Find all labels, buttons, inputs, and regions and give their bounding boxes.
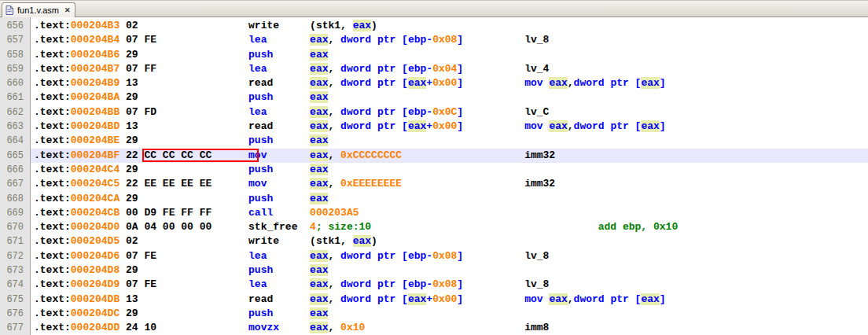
code-segment: ] [457,293,463,305]
line-number[interactable]: 665 [0,149,30,163]
code-segment: ; size:10 [316,221,371,233]
line-number[interactable]: 674 [0,278,30,292]
code-segment: 000204B3 [71,20,120,31]
code-lines[interactable]: .text:000204B3 02 write (stk1, eax).text… [31,17,868,335]
code-segment: ] [457,250,463,262]
code-line[interactable]: .text:000204B3 02 write (stk1, eax) [31,19,868,33]
code-segment: mov [248,178,310,190]
code-line[interactable]: .text:000204D0 0A 04 00 00 00 stk_free 4… [31,220,868,234]
code-segment: ] [660,77,666,89]
code-segment: .text: [34,34,71,46]
line-number[interactable]: 656 [0,19,30,33]
code-segment: push [248,193,310,204]
line-number[interactable]: 662 [0,105,30,120]
code-line[interactable]: .text:000204BF 22 CC CC CC CC mov eax, 0… [31,149,868,163]
highlighted-register: eax [310,91,328,103]
code-segment: 000204D9 [71,278,120,290]
line-number[interactable]: 663 [0,120,30,134]
line-number[interactable]: 657 [0,33,30,47]
line-number[interactable]: 667 [0,177,30,191]
code-line[interactable]: .text:000204DC 29 push eax [31,307,868,321]
code-segment: 07 FE [120,250,248,262]
code-line[interactable]: .text:000204BB 07 FD lea eax, dword ptr … [31,105,868,120]
highlighted-register: eax [310,134,328,146]
line-number[interactable]: 676 [0,307,30,321]
code-line[interactable]: .text:000204B6 29 push eax [31,48,868,62]
tab-fun1-v-asm[interactable]: fun1.v.asm ✕ [2,2,75,17]
code-line[interactable]: .text:000204C5 22 EE EE EE EE mov eax, 0… [31,177,868,191]
code-segment: , [328,278,340,290]
code-line[interactable]: .text:000204BE 29 push eax [31,134,868,148]
code-segment: imm8 [365,322,549,333]
code-line[interactable]: .text:000204BD 13 read eax, dword ptr [e… [31,120,868,134]
code-segment: 000204CA [71,193,120,204]
code-segment: push [248,307,310,319]
code-segment: 000204BF [71,149,120,161]
code-segment: 000204BB [71,106,120,118]
line-number[interactable]: 664 [0,134,30,148]
line-number[interactable]: 671 [0,234,30,248]
line-number[interactable]: 659 [0,62,30,76]
code-segment: read [248,293,310,305]
tab-bar: fun1.v.asm ✕ [0,1,868,17]
code-line[interactable]: .text:000204B4 07 FE lea eax, dword ptr … [31,33,868,47]
line-number[interactable]: 670 [0,220,30,234]
code-segment: 000204BD [71,120,120,132]
highlighted-register: eax [408,77,426,89]
code-line[interactable]: .text:000204C4 29 push eax [31,163,868,177]
line-number[interactable]: 673 [0,263,30,278]
code-segment: .text: [34,278,71,290]
code-segment: mov [463,77,549,89]
code-line[interactable]: .text:000204B9 13 read eax, dword ptr [e… [31,76,868,90]
code-segment: 02 [120,20,248,31]
line-number[interactable]: 677 [0,321,30,335]
code-segment: 0x00 [432,77,457,89]
code-segment: stk_free [248,221,310,233]
code-segment: lv_C [463,106,549,118]
code-segment: , [568,293,574,305]
line-number[interactable]: 666 [0,163,30,177]
line-number[interactable]: 658 [0,48,30,62]
code-line[interactable]: .text:000204DB 13 read eax, dword ptr [e… [31,293,868,307]
code-segment: lv_8 [463,278,549,290]
highlighted-register: eax [310,106,328,118]
code-segment: lea [248,34,310,46]
code-line[interactable]: .text:000204CB 00 D9 FE FF FF call 00020… [31,206,868,220]
code-line[interactable]: .text:000204D5 02 write (stk1, eax) [31,234,868,248]
code-segment: lea [248,63,310,75]
code-segment: 000204D6 [71,250,120,262]
tab-close-icon[interactable]: ✕ [64,7,71,14]
code-segment: 07 FD [120,106,248,118]
code-line[interactable]: .text:000204D6 07 FE lea eax, dword ptr … [31,249,868,263]
code-line[interactable]: .text:000204D9 07 FE lea eax, dword ptr … [31,278,868,292]
code-segment: .text: [34,149,71,161]
code-line[interactable]: .text:000204DD 24 10 movzx eax, 0x10 imm… [31,321,868,335]
line-number[interactable]: 661 [0,90,30,105]
code-segment: lv_8 [463,34,549,46]
code-segment: 000204B4 [71,34,120,46]
line-number[interactable]: 660 [0,76,30,90]
highlighted-register: eax [641,120,659,132]
code-segment: , [328,34,340,46]
code-line[interactable]: .text:000204BA 29 push eax [31,90,868,105]
code-segment: read [248,77,310,89]
highlighted-register: eax [549,77,567,89]
code-line[interactable]: .text:000204CA 29 push eax [31,192,868,206]
code-segment: dword ptr [ [574,293,642,305]
line-number[interactable]: 669 [0,206,30,220]
code-line[interactable]: .text:000204D8 29 push eax [31,263,868,278]
code-line[interactable]: .text:000204B7 07 FF lea eax, dword ptr … [31,62,868,76]
code-segment: + [426,120,432,132]
highlighted-register: eax [310,293,328,305]
code-segment: lea [248,278,310,290]
code-segment: lea [248,250,310,262]
code-segment: 29 [120,193,248,204]
code-segment: .text: [34,264,71,276]
line-number[interactable]: 668 [0,192,30,206]
line-number[interactable]: 675 [0,293,30,307]
code-segment: (stk1, [310,235,353,247]
code-segment: 0x10 [340,322,365,333]
code-segment: push [248,164,310,175]
line-number[interactable]: 672 [0,249,30,263]
code-segment: ] [457,77,463,89]
